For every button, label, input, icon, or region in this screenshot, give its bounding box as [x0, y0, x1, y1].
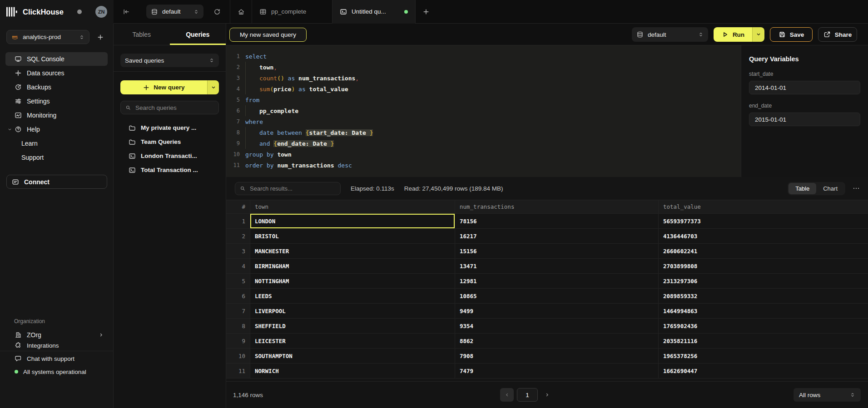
sidebar-item-help[interactable]: Help	[5, 123, 108, 136]
next-page-button[interactable]	[541, 388, 553, 402]
end-date-input[interactable]	[749, 113, 860, 126]
view-table-button[interactable]: Table	[789, 183, 816, 194]
table-cell[interactable]: 7908	[455, 349, 659, 364]
view-chart-button[interactable]: Chart	[816, 183, 844, 194]
search-results-input[interactable]	[249, 185, 336, 192]
save-button[interactable]: Save	[770, 27, 813, 42]
page-number[interactable]: 1	[517, 388, 538, 402]
table-cell[interactable]: SHEFFIELD	[250, 319, 455, 334]
code-line-11[interactable]: 11order by num_transactions desc	[226, 160, 741, 171]
sidebar-item-monitoring[interactable]: Monitoring	[5, 108, 108, 122]
tab-pp-complete[interactable]: pp_complete	[252, 0, 332, 24]
table-cell[interactable]: 2089859332	[659, 289, 868, 304]
saved-query-item-team-queries[interactable]: Team Queries	[114, 135, 226, 149]
user-avatar[interactable]: ZN	[95, 6, 107, 18]
table-cell[interactable]: 8862	[455, 334, 659, 349]
code-line-6[interactable]: 6pp_complete	[226, 105, 741, 116]
code-line-1[interactable]: 1select	[226, 51, 741, 62]
table-cell[interactable]: 9499	[455, 304, 659, 319]
new-tab-button[interactable]	[416, 5, 436, 19]
table-cell[interactable]: 10865	[455, 289, 659, 304]
table-cell[interactable]: 4136446703	[659, 229, 868, 244]
table-cell[interactable]: 16217	[455, 229, 659, 244]
table-cell[interactable]: BRISTOL	[250, 229, 455, 244]
sidebar-item-learn[interactable]: Learn	[5, 137, 108, 150]
tab-untitled-query[interactable]: Untitled qu...	[332, 0, 415, 24]
table-cell[interactable]: LEEDS	[250, 289, 455, 304]
topbar-database-select[interactable]: default	[146, 5, 203, 19]
table-cell[interactable]: 1765902436	[659, 319, 868, 334]
run-database-select[interactable]: default	[632, 27, 708, 42]
run-options-button[interactable]	[752, 27, 764, 42]
table-cell[interactable]: 1662690447	[659, 364, 868, 379]
table-cell[interactable]: SOUTHAMPTON	[250, 349, 455, 364]
table-cell[interactable]: 56593977373	[659, 214, 868, 229]
sidebar-item-settings[interactable]: Settings	[5, 94, 108, 108]
sidebar-item-data-sources[interactable]: Data sources	[5, 66, 108, 80]
table-cell[interactable]: 9354	[455, 319, 659, 334]
collapse-sidebar-button[interactable]	[119, 5, 134, 19]
saved-query-item-london-transacti[interactable]: London Transacti...	[114, 149, 226, 163]
sql-editor[interactable]: 1select2town,3count() as num_transaction…	[226, 45, 741, 177]
table-cell[interactable]: LEICESTER	[250, 334, 455, 349]
table-cell[interactable]: 2703899808	[659, 259, 868, 274]
more-options-button[interactable]	[852, 185, 861, 192]
new-query-dropdown-button[interactable]	[207, 80, 219, 94]
new-query-button[interactable]: New query	[120, 80, 207, 94]
previous-page-button[interactable]	[500, 388, 514, 402]
column-header-town[interactable]: town	[250, 200, 455, 214]
column-header-total-value[interactable]: total_value	[659, 200, 868, 214]
code-line-7[interactable]: 7where	[226, 116, 741, 127]
page-size-select[interactable]: All rows	[794, 388, 861, 402]
table-cell[interactable]: MANCHESTER	[250, 244, 455, 259]
add-service-button[interactable]	[94, 31, 107, 44]
row-number-cell: 3	[226, 244, 250, 259]
sidebar-item-chat-with-support[interactable]: Chat with support	[5, 352, 108, 365]
sidebar-item-support[interactable]: Support	[5, 151, 108, 164]
saved-query-item-my-private-query[interactable]: My private query ...	[114, 121, 226, 135]
code-line-3[interactable]: 3count() as num_transactions,	[226, 73, 741, 84]
share-button[interactable]: Share	[818, 27, 857, 42]
tab-queries[interactable]: Queries	[170, 24, 226, 45]
table-cell[interactable]: 7479	[455, 364, 659, 379]
start-date-input[interactable]	[749, 81, 860, 94]
refresh-button[interactable]	[210, 5, 224, 19]
sidebar-item-sql-console[interactable]: SQL Console	[5, 52, 108, 66]
column-header-num-transactions[interactable]: num_transactions	[455, 200, 659, 214]
table-cell[interactable]: 13471	[455, 259, 659, 274]
column-header-row-number[interactable]: #	[226, 200, 250, 214]
home-tab[interactable]	[230, 5, 252, 19]
chevron-down-icon	[756, 32, 761, 37]
table-cell[interactable]: 78156	[455, 214, 659, 229]
code-line-4[interactable]: 4sum(price) as total_value	[226, 84, 741, 94]
code-line-2[interactable]: 2town,	[226, 62, 741, 73]
sidebar-item-backups[interactable]: Backups	[5, 80, 108, 94]
run-button[interactable]: Run	[714, 27, 752, 42]
table-cell[interactable]: BIRMINGHAM	[250, 259, 455, 274]
code-line-9[interactable]: 9and {end_date: Date }	[226, 138, 741, 149]
table-cell[interactable]: 1464994863	[659, 304, 868, 319]
table-cell[interactable]: 1965378256	[659, 349, 868, 364]
table-cell[interactable]: 12981	[455, 274, 659, 289]
code-line-8[interactable]: 8date between {start_date: Date }	[226, 127, 741, 138]
table-cell[interactable]: NORWICH	[250, 364, 455, 379]
code-line-10[interactable]: 10group by town	[226, 149, 741, 160]
tab-tables[interactable]: Tables	[114, 24, 170, 45]
connect-button[interactable]: Connect	[6, 175, 107, 189]
sidebar-item-integrations[interactable]: Integrations	[5, 339, 108, 352]
table-cell[interactable]: NOTTINGHAM	[250, 274, 455, 289]
table-cell[interactable]: 2035821116	[659, 334, 868, 349]
sidebar-item-all-systems-operational[interactable]: All systems operational	[5, 365, 108, 378]
table-cell[interactable]: LIVERPOOL	[250, 304, 455, 319]
search-queries-input[interactable]	[134, 104, 214, 112]
table-cell[interactable]: 15156	[455, 244, 659, 259]
table-cell[interactable]: LONDON	[250, 214, 455, 229]
notification-dot-icon[interactable]	[77, 10, 82, 14]
saved-queries-select[interactable]: Saved queries	[120, 54, 219, 67]
saved-query-item-total-transaction[interactable]: Total Transaction ...	[114, 163, 226, 177]
code-line-5[interactable]: 5from	[226, 94, 741, 105]
table-cell[interactable]: 2313297306	[659, 274, 868, 289]
table-cell[interactable]: 2660602241	[659, 244, 868, 259]
service-select[interactable]: aws analytics-prod	[6, 30, 89, 44]
saved-query-tab[interactable]: My new saved query	[229, 28, 307, 42]
